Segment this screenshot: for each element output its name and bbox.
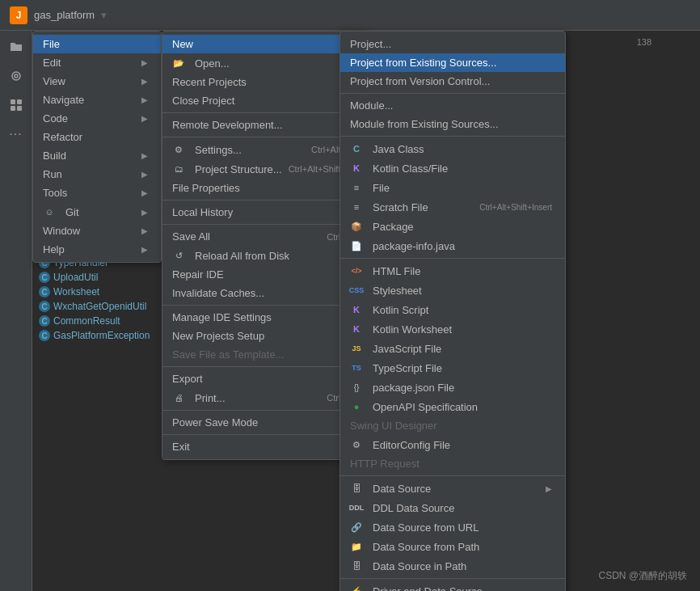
- menu-item-navigate[interactable]: Navigate ▶: [33, 91, 161, 109]
- svg-rect-3: [17, 99, 22, 104]
- kotlin-script-icon: K: [350, 303, 363, 316]
- menu-item-tools[interactable]: Tools ▶: [33, 184, 161, 202]
- openapi-icon: ●: [350, 400, 363, 413]
- scratch-icon: ≡: [350, 201, 363, 213]
- menu-item-open[interactable]: 📂 Open...: [162, 53, 365, 73]
- menu-item-project-vcs[interactable]: Project from Version Control...: [340, 72, 565, 91]
- menu-item-code[interactable]: Code ▶: [33, 109, 161, 128]
- menu-item-ddl-data-source[interactable]: DDL DDL Data Source: [340, 498, 565, 517]
- app-logo: J: [10, 6, 27, 24]
- menu-item-help[interactable]: Help ▶: [33, 240, 161, 259]
- menu-item-run[interactable]: Run ▶: [33, 165, 161, 184]
- menu-item-scratch-file[interactable]: ≡ Scratch File Ctrl+Alt+Shift+Insert: [340, 197, 565, 217]
- menu-item-module[interactable]: Module...: [340, 96, 565, 115]
- menu-item-package-info[interactable]: 📄 package-info.java: [340, 236, 565, 255]
- file-submenu[interactable]: New ▶ 📂 Open... Recent Projects ▶ Close …: [162, 31, 365, 460]
- package-icon: 📦: [350, 220, 363, 233]
- separator: [340, 93, 565, 94]
- title-chevron[interactable]: ▾: [101, 9, 107, 21]
- html-icon: </>: [350, 264, 363, 277]
- menu-item-save-template: Save File as Template...: [162, 345, 365, 364]
- menu-item-close-project[interactable]: Close Project: [162, 91, 365, 110]
- menu-item-refactor[interactable]: Refactor: [33, 128, 161, 146]
- reload-icon: ↺: [172, 249, 185, 262]
- more-sidebar-icon[interactable]: ···: [6, 125, 26, 144]
- separator: [162, 200, 365, 201]
- menu-item-invalidate-caches[interactable]: Invalidate Caches...: [162, 284, 365, 302]
- data-source-path-icon: 📁: [350, 540, 363, 553]
- menu-item-git[interactable]: ☺ Git ▶: [33, 202, 161, 222]
- svg-point-0: [12, 72, 20, 80]
- arrow-icon: ▶: [141, 245, 148, 254]
- menu-item-remote-dev[interactable]: Remote Development...: [162, 116, 365, 134]
- menu-item-file[interactable]: ≡ File: [340, 178, 565, 197]
- menu-item-package[interactable]: 📦 Package: [340, 217, 565, 236]
- structure-sidebar-icon[interactable]: [6, 95, 26, 115]
- git-menu-icon: ☺: [43, 205, 56, 218]
- menu-item-new[interactable]: New ▶: [162, 35, 365, 53]
- menu-item-driver-data-source[interactable]: ⚡ Driver and Data Source: [340, 581, 565, 591]
- menu-item-save-all[interactable]: Save All Ctrl+S: [162, 227, 365, 246]
- menu-item-file[interactable]: File: [33, 35, 161, 53]
- menu-item-kotlin-class[interactable]: K Kotlin Class/File: [340, 158, 565, 178]
- menu-item-reload[interactable]: ↺ Reload All from Disk: [162, 246, 365, 265]
- menu-item-openapi[interactable]: ● OpenAPI Specification: [340, 397, 565, 416]
- menu-item-kotlin-script[interactable]: K Kotlin Script: [340, 300, 565, 319]
- file-menu[interactable]: File Edit ▶ View ▶ Navigate ▶ Code ▶ Ref…: [32, 31, 162, 263]
- menu-item-local-history[interactable]: Local History ▶: [162, 203, 365, 222]
- menu-item-repair-ide[interactable]: Repair IDE: [162, 265, 365, 284]
- menu-item-data-source-url[interactable]: 🔗 Data Source from URL: [340, 517, 565, 537]
- ddl-icon: DDL: [350, 501, 363, 514]
- menu-item-project[interactable]: Project...: [340, 35, 565, 53]
- menu-item-data-source[interactable]: 🗄 Data Source ▶: [340, 479, 565, 498]
- menu-item-ts-file[interactable]: TS TypeScript File: [340, 358, 565, 378]
- menu-item-edit[interactable]: Edit ▶: [33, 53, 161, 72]
- menu-item-stylesheet[interactable]: CSS Stylesheet: [340, 281, 565, 300]
- menu-item-settings[interactable]: ⚙ Settings... Ctrl+Alt+S: [162, 140, 365, 159]
- git-sidebar-icon[interactable]: [6, 66, 26, 86]
- menu-item-recent-projects[interactable]: Recent Projects ▶: [162, 73, 365, 91]
- arrow-icon: ▶: [141, 151, 148, 160]
- folder-sidebar-icon[interactable]: [6, 37, 26, 57]
- menu-item-manage-ide[interactable]: Manage IDE Settings ▶: [162, 308, 365, 327]
- arrow-icon: ▶: [546, 484, 552, 493]
- menu-item-new-projects-setup[interactable]: New Projects Setup ▶: [162, 327, 365, 345]
- settings-icon: ⚙: [172, 143, 185, 156]
- menu-item-kotlin-worksheet[interactable]: K Kotlin Worksheet: [340, 319, 565, 339]
- print-icon: 🖨: [172, 391, 185, 404]
- menu-item-html[interactable]: </> HTML File: [340, 261, 565, 281]
- menu-item-module-existing[interactable]: Module from Existing Sources...: [340, 115, 565, 133]
- package-info-icon: 📄: [350, 239, 363, 252]
- watermark: CSDN @酒醉的胡轶: [598, 569, 687, 583]
- menu-item-project-structure[interactable]: 🗂 Project Structure... Ctrl+Alt+Shift+S: [162, 159, 365, 179]
- menu-item-data-source-in-path[interactable]: 🗄 Data Source in Path: [340, 556, 565, 576]
- menu-item-view[interactable]: View ▶: [33, 72, 161, 91]
- separator: [162, 410, 365, 411]
- separator: [340, 475, 565, 476]
- separator: [340, 136, 565, 137]
- package-json-icon: {}: [350, 381, 363, 394]
- menu-item-data-source-path[interactable]: 📁 Data Source from Path: [340, 537, 565, 556]
- menu-item-js-file[interactable]: JS JavaScript File: [340, 339, 565, 358]
- menu-item-exit[interactable]: Exit: [162, 437, 365, 456]
- separator: [162, 112, 365, 113]
- svg-rect-5: [17, 106, 22, 111]
- menu-item-window[interactable]: Window ▶: [33, 222, 161, 240]
- menu-item-project-existing[interactable]: Project from Existing Sources...: [340, 53, 565, 72]
- menu-item-power-save[interactable]: Power Save Mode: [162, 413, 365, 432]
- menu-item-export[interactable]: Export ▶: [162, 369, 365, 388]
- project-name: gas_platform: [34, 9, 95, 21]
- ts-icon: TS: [350, 361, 363, 374]
- menu-item-print[interactable]: 🖨 Print... Ctrl+P: [162, 388, 365, 407]
- menu-item-build[interactable]: Build ▶: [33, 146, 161, 165]
- arrow-icon: ▶: [141, 188, 148, 197]
- menu-item-file-properties[interactable]: File Properties ▶: [162, 179, 365, 197]
- menu-item-package-json[interactable]: {} package.json File: [340, 378, 565, 397]
- menu-item-java-class[interactable]: C Java Class: [340, 139, 565, 158]
- separator: [340, 258, 565, 259]
- project-structure-icon: 🗂: [172, 163, 185, 175]
- menu-item-editorconfig[interactable]: ⚙ EditorConfig File: [340, 435, 565, 454]
- driver-data-source-icon: ⚡: [350, 585, 363, 591]
- new-submenu[interactable]: Project... Project from Existing Sources…: [339, 31, 566, 591]
- title-bar: J gas_platform ▾: [0, 0, 700, 31]
